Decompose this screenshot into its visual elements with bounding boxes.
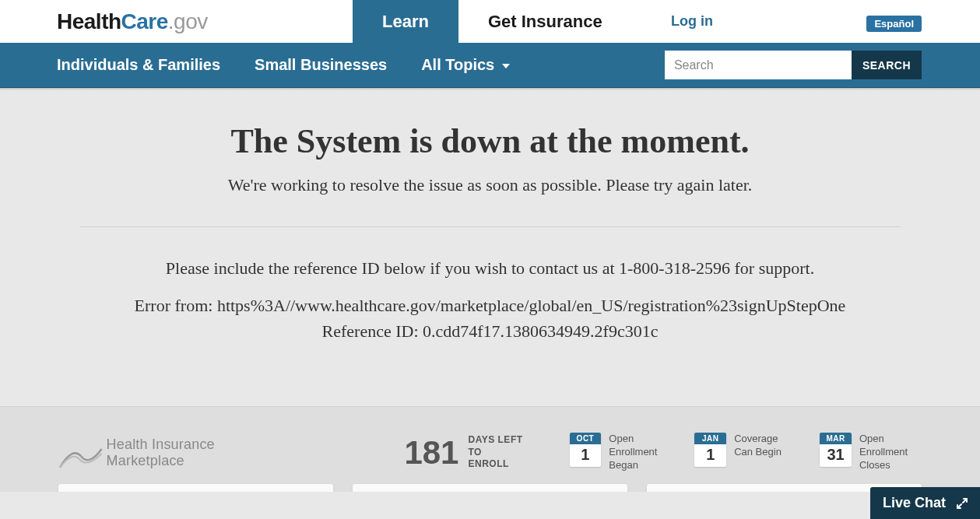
countdown-label-line2: ENROLL [468, 458, 508, 469]
marketplace-glyph-icon [58, 443, 104, 469]
cal-month: JAN [694, 433, 726, 444]
tab-learn[interactable]: Learn [353, 0, 458, 43]
search-form: SEARCH [665, 51, 922, 79]
cal-month: MAR [820, 433, 852, 444]
live-chat-button[interactable]: Live Chat [870, 487, 980, 492]
divider [79, 226, 901, 227]
milestone-coverage-can-begin: JAN 1 Coverage Can Begin [694, 433, 796, 472]
tab-get-insurance[interactable]: Get Insurance [458, 0, 632, 43]
calendar-icon: MAR 31 [820, 433, 852, 467]
support-text: Please include the reference ID below if… [47, 258, 933, 279]
nav-bar: Individuals & Families Small Businesses … [0, 43, 980, 88]
enrollment-countdown: 181 DAYS LEFT TO ENROLL [404, 434, 538, 472]
nav-all-topics-label: All Topics [421, 56, 494, 74]
search-input[interactable] [665, 51, 852, 79]
nav-all-topics[interactable]: All Topics [421, 56, 510, 74]
card-placeholder [58, 484, 333, 492]
cal-day: 1 [694, 444, 726, 467]
error-subheading: We're working to resolve the issue as so… [47, 175, 933, 195]
countdown-label-line1: DAYS LEFT TO [468, 434, 522, 458]
search-button[interactable]: SEARCH [852, 51, 922, 79]
milestone-text: Open Enrollment Closes [859, 433, 922, 472]
footer-band: Health Insurance Marketplace 181 DAYS LE… [0, 406, 980, 484]
milestone-text: Coverage Can Begin [734, 433, 796, 459]
marketplace-logo: Health Insurance Marketplace [58, 437, 295, 469]
marketplace-label: Health Insurance Marketplace [107, 437, 296, 469]
language-button[interactable]: Español [866, 16, 922, 32]
card-placeholder [353, 484, 627, 492]
logo-gov: .gov [168, 9, 208, 33]
cal-day: 1 [570, 444, 602, 467]
nav-small-businesses[interactable]: Small Businesses [255, 56, 387, 74]
logo-care: Care [121, 9, 168, 33]
chevron-down-icon [502, 64, 510, 68]
error-from-line: Error from: https%3A//www.healthcare.gov… [135, 296, 846, 315]
cal-month: OCT [570, 433, 602, 444]
logo-health: Health [57, 9, 121, 33]
milestone-open-enrollment-began: OCT 1 Open Enrollment Began [570, 433, 672, 472]
top-tabs: Learn Get Insurance [353, 0, 632, 43]
login-link[interactable]: Log in [671, 0, 713, 43]
countdown-label: DAYS LEFT TO ENROLL [468, 434, 538, 471]
reference-id-line: Reference ID: 0.cdd74f17.1380634949.2f9c… [322, 321, 659, 341]
cards-row [0, 484, 980, 492]
milestone-text: Open Enrollment Began [609, 433, 671, 472]
error-main: The System is down at the moment. We're … [0, 90, 980, 406]
milestone-open-enrollment-closes: MAR 31 Open Enrollment Closes [820, 433, 922, 472]
calendar-icon: JAN 1 [694, 433, 726, 467]
top-header: HealthCare.gov Learn Get Insurance Log i… [0, 0, 980, 43]
nav-individuals-families[interactable]: Individuals & Families [57, 56, 220, 74]
site-logo[interactable]: HealthCare.gov [57, 9, 208, 34]
milestones: OCT 1 Open Enrollment Began JAN 1 Covera… [570, 433, 922, 472]
error-heading: The System is down at the moment. [47, 121, 933, 161]
countdown-number: 181 [404, 434, 458, 472]
calendar-icon: OCT 1 [570, 433, 602, 467]
error-details: Error from: https%3A//www.healthcare.gov… [47, 293, 933, 344]
cal-day: 31 [820, 444, 852, 467]
